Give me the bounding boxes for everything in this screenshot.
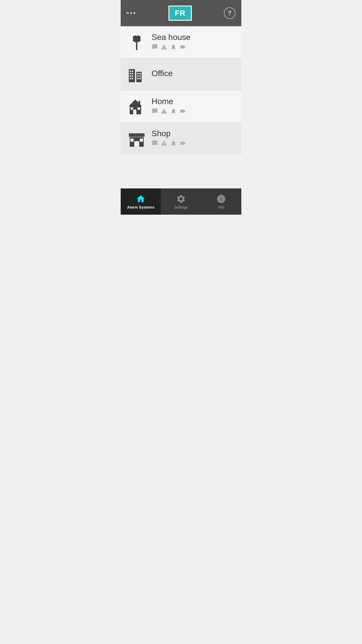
list-item-home[interactable]: Home — [121, 90, 241, 123]
svg-rect-18 — [137, 73, 139, 74]
sea-house-content: Sea house — [152, 33, 191, 52]
svg-rect-0 — [136, 42, 138, 50]
home-content: Home — [152, 97, 186, 116]
svg-rect-11 — [132, 70, 133, 72]
list-item-shop[interactable]: Shop — [121, 123, 241, 155]
bottom-navigation: Alarm Systems Settings Info — [121, 188, 241, 215]
shop-content: Shop — [152, 129, 186, 148]
video-icon-home — [180, 108, 186, 116]
house-icon — [126, 96, 147, 117]
bell-icon-shop — [170, 140, 177, 148]
svg-rect-30 — [129, 133, 145, 137]
svg-point-7 — [137, 41, 138, 42]
sea-house-title: Sea house — [152, 33, 191, 42]
svg-rect-19 — [139, 73, 141, 74]
svg-rect-33 — [130, 139, 133, 142]
help-button[interactable]: ? — [224, 7, 236, 19]
warning-icon-home — [161, 108, 167, 116]
nav-alarm-systems-label: Alarm Systems — [127, 205, 154, 209]
svg-rect-22 — [137, 78, 139, 79]
app-header: ••• FR ? — [121, 0, 241, 26]
svg-rect-29 — [138, 101, 140, 104]
svg-rect-26 — [133, 109, 136, 114]
office-building-icon — [126, 64, 147, 85]
warning-icon — [161, 44, 167, 52]
svg-point-6 — [136, 41, 137, 43]
svg-rect-27 — [138, 107, 140, 110]
video-icon — [180, 44, 186, 52]
shop-title: Shop — [152, 129, 186, 138]
bell-icon-home — [170, 108, 177, 116]
chat-icon-shop — [152, 140, 158, 148]
svg-rect-9 — [136, 72, 142, 82]
office-title: Office — [152, 69, 173, 78]
svg-rect-28 — [131, 107, 133, 110]
location-list: Sea house — [121, 26, 241, 188]
svg-rect-23 — [139, 78, 141, 79]
app-logo: FR — [168, 6, 192, 21]
chat-icon — [152, 44, 158, 52]
bell-icon — [170, 44, 177, 52]
chat-icon-home — [152, 108, 158, 116]
video-icon-shop — [180, 140, 186, 148]
svg-rect-15 — [132, 75, 133, 77]
warning-icon-shop — [161, 140, 167, 148]
office-content: Office — [152, 69, 173, 80]
svg-rect-14 — [130, 75, 131, 77]
nav-info-label: Info — [218, 205, 224, 209]
shop-icon — [126, 128, 147, 149]
nav-info[interactable]: Info — [201, 188, 241, 215]
palm-tree-icon — [126, 32, 147, 52]
svg-rect-12 — [130, 73, 131, 74]
list-item-office[interactable]: Office — [121, 58, 241, 90]
svg-rect-16 — [130, 78, 131, 79]
nav-settings-label: Settings — [174, 205, 188, 209]
nav-alarm-systems[interactable]: Alarm Systems — [121, 188, 161, 215]
shop-sub-icons — [152, 140, 186, 148]
svg-rect-21 — [139, 75, 141, 77]
svg-rect-20 — [137, 75, 139, 77]
menu-dots[interactable]: ••• — [126, 9, 136, 17]
svg-rect-17 — [132, 78, 133, 79]
svg-rect-32 — [134, 141, 139, 147]
svg-rect-10 — [130, 70, 131, 72]
home-title: Home — [152, 97, 186, 106]
home-sub-icons — [152, 108, 186, 116]
svg-rect-13 — [132, 73, 133, 74]
list-item-sea-house[interactable]: Sea house — [121, 26, 241, 58]
svg-rect-34 — [140, 139, 143, 142]
nav-settings[interactable]: Settings — [161, 188, 201, 215]
sea-house-sub-icons — [152, 44, 191, 52]
